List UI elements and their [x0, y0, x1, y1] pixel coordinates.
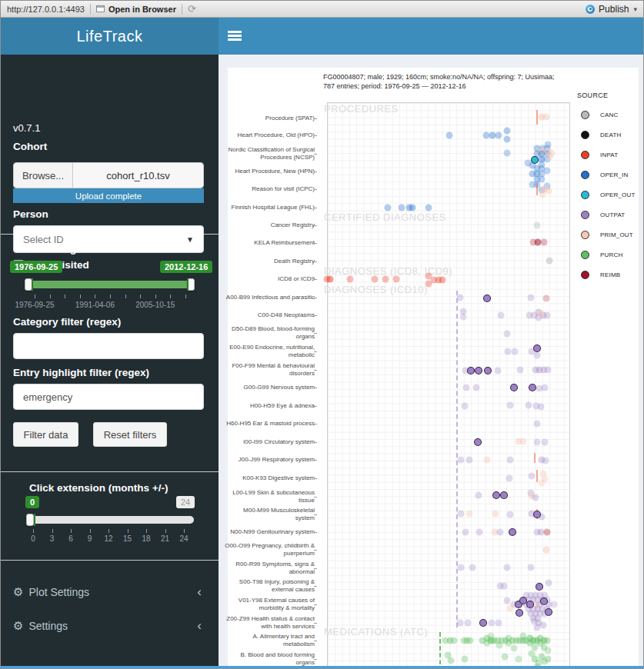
data-point[interactable]	[540, 597, 548, 605]
data-point[interactable]	[504, 564, 511, 571]
data-point[interactable]	[543, 114, 550, 121]
data-point[interactable]	[475, 367, 482, 374]
data-point[interactable]	[488, 633, 495, 640]
data-point[interactable]	[539, 191, 546, 198]
data-point[interactable]	[457, 620, 464, 627]
data-point[interactable]	[463, 384, 470, 391]
sidebar-item-plot-settings[interactable]: ⚙ Plot Settings ‹	[1, 575, 219, 609]
publish-caret-icon[interactable]: ▾	[633, 5, 637, 13]
reset-filters-button[interactable]: Reset filters	[93, 422, 167, 447]
data-point[interactable]	[551, 601, 558, 608]
data-point[interactable]	[546, 258, 553, 265]
data-point[interactable]	[448, 657, 455, 664]
data-point[interactable]	[541, 239, 548, 246]
data-point[interactable]	[476, 529, 483, 536]
data-point[interactable]	[484, 367, 492, 374]
data-point[interactable]	[544, 312, 551, 319]
data-point[interactable]	[327, 276, 334, 283]
data-point[interactable]	[475, 492, 482, 499]
data-point[interactable]	[532, 494, 539, 501]
data-point[interactable]	[545, 656, 552, 663]
data-point[interactable]	[492, 491, 500, 499]
data-point[interactable]	[534, 624, 541, 631]
data-point[interactable]	[347, 276, 354, 283]
data-point[interactable]	[542, 458, 549, 464]
publish-button[interactable]: Publish ▾	[586, 4, 637, 15]
data-point[interactable]	[484, 457, 491, 464]
data-point[interactable]	[409, 205, 416, 211]
data-point[interactable]	[542, 384, 549, 391]
data-point[interactable]	[496, 642, 503, 649]
click-extension-value-chip[interactable]: 0	[25, 496, 39, 508]
data-point[interactable]	[467, 637, 474, 644]
data-point[interactable]	[382, 276, 389, 283]
data-point[interactable]	[504, 128, 511, 135]
data-point[interactable]	[439, 277, 446, 284]
data-point[interactable]	[393, 276, 400, 283]
data-point[interactable]	[517, 367, 524, 374]
data-point[interactable]	[545, 647, 552, 654]
sidebar-item-settings[interactable]: ⚙ Settings ‹	[1, 609, 219, 643]
data-point[interactable]	[462, 529, 469, 536]
data-point[interactable]	[466, 457, 473, 464]
data-point[interactable]	[507, 605, 514, 612]
data-point[interactable]	[543, 547, 550, 554]
data-point[interactable]	[545, 367, 552, 374]
data-point[interactable]	[500, 491, 508, 499]
data-point[interactable]	[492, 511, 499, 518]
data-point[interactable]	[520, 438, 527, 445]
data-point[interactable]	[504, 136, 511, 143]
data-point[interactable]	[543, 295, 550, 302]
data-point[interactable]	[479, 619, 487, 627]
date-range-to-chip[interactable]: 2012-12-16	[160, 261, 212, 273]
data-point[interactable]	[546, 188, 552, 195]
data-point[interactable]	[534, 222, 541, 229]
data-point[interactable]	[545, 608, 552, 616]
data-point[interactable]	[462, 403, 469, 410]
data-point[interactable]	[498, 312, 505, 319]
data-point[interactable]	[483, 295, 491, 302]
data-point[interactable]	[385, 205, 392, 211]
data-point[interactable]	[425, 205, 432, 211]
data-point[interactable]	[372, 276, 379, 283]
data-point[interactable]	[457, 295, 464, 301]
data-point[interactable]	[502, 654, 509, 661]
data-point[interactable]	[451, 637, 458, 644]
click-extension-handle[interactable]	[26, 514, 34, 526]
data-point[interactable]	[538, 404, 545, 411]
data-point[interactable]	[467, 367, 475, 374]
data-point[interactable]	[507, 402, 514, 409]
data-point[interactable]	[511, 645, 518, 652]
data-point[interactable]	[533, 344, 541, 352]
data-point[interactable]	[509, 528, 516, 536]
data-point[interactable]	[544, 637, 551, 644]
data-point[interactable]	[458, 564, 465, 571]
data-point[interactable]	[529, 384, 536, 391]
data-point[interactable]	[546, 580, 552, 587]
data-point[interactable]	[505, 348, 512, 355]
data-point[interactable]	[497, 529, 504, 536]
data-point[interactable]	[516, 656, 522, 663]
data-point[interactable]	[465, 620, 472, 627]
data-point[interactable]	[533, 511, 541, 518]
data-point[interactable]	[534, 421, 541, 428]
data-point[interactable]	[536, 583, 543, 591]
data-point[interactable]	[504, 331, 511, 338]
data-point[interactable]	[458, 511, 465, 518]
data-point[interactable]	[506, 475, 513, 482]
data-point[interactable]	[516, 609, 523, 617]
data-point[interactable]	[510, 384, 518, 391]
data-point[interactable]	[489, 620, 496, 627]
open-in-browser-button[interactable]: Open in Browser	[96, 5, 176, 14]
data-point[interactable]	[469, 564, 476, 571]
data-point[interactable]	[495, 368, 502, 374]
data-point[interactable]	[542, 439, 549, 446]
data-point[interactable]	[504, 597, 511, 604]
data-point[interactable]	[528, 295, 535, 301]
data-point[interactable]	[526, 601, 534, 608]
data-point[interactable]	[496, 620, 502, 627]
data-point[interactable]	[474, 438, 482, 446]
sidebar-toggle-icon[interactable]	[228, 31, 242, 42]
data-point[interactable]	[538, 311, 545, 318]
data-point[interactable]	[446, 132, 453, 139]
